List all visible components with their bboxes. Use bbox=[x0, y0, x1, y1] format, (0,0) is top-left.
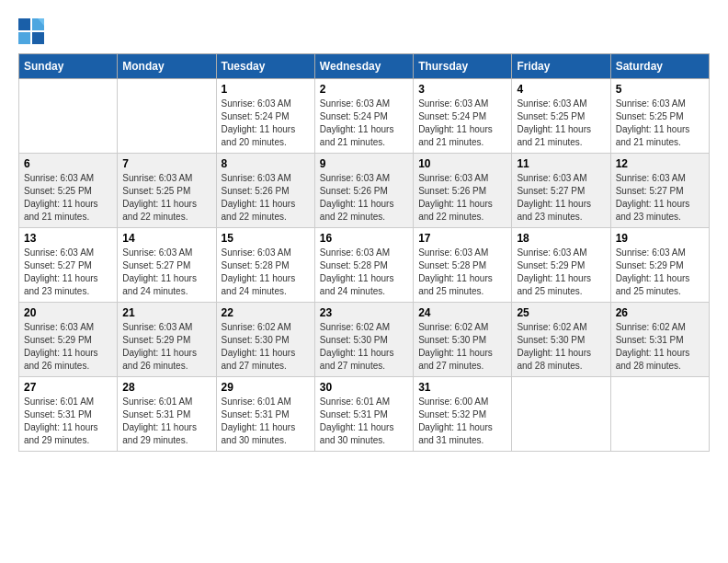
calendar-cell: 23Sunrise: 6:02 AMSunset: 5:30 PMDayligh… bbox=[314, 303, 413, 377]
calendar-week-row: 13Sunrise: 6:03 AMSunset: 5:27 PMDayligh… bbox=[19, 228, 710, 303]
calendar-week-row: 20Sunrise: 6:03 AMSunset: 5:29 PMDayligh… bbox=[19, 303, 710, 377]
day-info: Sunrise: 6:03 AMSunset: 5:28 PMDaylight:… bbox=[320, 247, 408, 298]
calendar-cell bbox=[512, 377, 610, 452]
day-number: 25 bbox=[517, 306, 605, 319]
calendar-cell: 22Sunrise: 6:02 AMSunset: 5:30 PMDayligh… bbox=[216, 303, 314, 377]
day-info: Sunrise: 6:03 AMSunset: 5:24 PMDaylight:… bbox=[418, 98, 506, 149]
day-of-week-header: Wednesday bbox=[314, 54, 413, 79]
day-number: 6 bbox=[24, 157, 112, 170]
calendar-cell: 29Sunrise: 6:01 AMSunset: 5:31 PMDayligh… bbox=[216, 377, 314, 452]
day-info: Sunrise: 6:02 AMSunset: 5:30 PMDaylight:… bbox=[418, 321, 506, 373]
svg-rect-3 bbox=[32, 32, 44, 44]
day-number: 17 bbox=[418, 232, 506, 245]
calendar-cell: 6Sunrise: 6:03 AMSunset: 5:25 PMDaylight… bbox=[19, 154, 118, 228]
day-info: Sunrise: 6:03 AMSunset: 5:27 PMDaylight:… bbox=[122, 247, 210, 298]
day-info: Sunrise: 6:03 AMSunset: 5:29 PMDaylight:… bbox=[24, 321, 112, 373]
day-info: Sunrise: 6:03 AMSunset: 5:28 PMDaylight:… bbox=[222, 247, 310, 298]
day-info: Sunrise: 6:01 AMSunset: 5:31 PMDaylight:… bbox=[320, 396, 408, 447]
day-number: 5 bbox=[616, 83, 704, 96]
calendar-cell: 28Sunrise: 6:01 AMSunset: 5:31 PMDayligh… bbox=[118, 377, 216, 452]
day-of-week-header: Thursday bbox=[414, 54, 512, 79]
day-info: Sunrise: 6:03 AMSunset: 5:24 PMDaylight:… bbox=[320, 98, 408, 149]
day-number: 12 bbox=[616, 157, 704, 170]
day-info: Sunrise: 6:03 AMSunset: 5:29 PMDaylight:… bbox=[517, 247, 605, 298]
day-info: Sunrise: 6:03 AMSunset: 5:25 PMDaylight:… bbox=[24, 172, 112, 224]
day-info: Sunrise: 6:03 AMSunset: 5:29 PMDaylight:… bbox=[122, 321, 210, 373]
day-info: Sunrise: 6:03 AMSunset: 5:26 PMDaylight:… bbox=[222, 172, 310, 224]
calendar-cell: 25Sunrise: 6:02 AMSunset: 5:30 PMDayligh… bbox=[512, 303, 610, 377]
day-number: 13 bbox=[24, 232, 112, 245]
calendar-cell: 14Sunrise: 6:03 AMSunset: 5:27 PMDayligh… bbox=[118, 228, 216, 303]
calendar-cell: 7Sunrise: 6:03 AMSunset: 5:25 PMDaylight… bbox=[118, 154, 216, 228]
calendar-cell: 10Sunrise: 6:03 AMSunset: 5:26 PMDayligh… bbox=[414, 154, 512, 228]
day-number: 10 bbox=[418, 157, 506, 170]
calendar-cell: 5Sunrise: 6:03 AMSunset: 5:25 PMDaylight… bbox=[610, 79, 709, 154]
day-number: 7 bbox=[122, 157, 210, 170]
page-header bbox=[18, 18, 710, 44]
calendar-cell: 26Sunrise: 6:02 AMSunset: 5:31 PMDayligh… bbox=[610, 303, 709, 377]
calendar-week-row: 6Sunrise: 6:03 AMSunset: 5:25 PMDaylight… bbox=[19, 154, 710, 228]
day-number: 2 bbox=[320, 83, 408, 96]
day-info: Sunrise: 6:01 AMSunset: 5:31 PMDaylight:… bbox=[222, 396, 310, 447]
day-number: 8 bbox=[222, 157, 310, 170]
day-number: 26 bbox=[616, 306, 704, 319]
day-info: Sunrise: 6:01 AMSunset: 5:31 PMDaylight:… bbox=[122, 396, 210, 447]
day-number: 27 bbox=[24, 381, 112, 394]
day-of-week-header: Monday bbox=[118, 54, 216, 79]
calendar-cell bbox=[118, 79, 216, 154]
day-info: Sunrise: 6:01 AMSunset: 5:31 PMDaylight:… bbox=[24, 396, 112, 447]
day-number: 3 bbox=[418, 83, 506, 96]
calendar-cell: 15Sunrise: 6:03 AMSunset: 5:28 PMDayligh… bbox=[216, 228, 314, 303]
day-info: Sunrise: 6:03 AMSunset: 5:27 PMDaylight:… bbox=[24, 247, 112, 298]
day-info: Sunrise: 6:03 AMSunset: 5:25 PMDaylight:… bbox=[122, 172, 210, 224]
calendar-cell: 16Sunrise: 6:03 AMSunset: 5:28 PMDayligh… bbox=[314, 228, 413, 303]
calendar-cell: 27Sunrise: 6:01 AMSunset: 5:31 PMDayligh… bbox=[19, 377, 118, 452]
day-number: 18 bbox=[517, 232, 605, 245]
day-info: Sunrise: 6:03 AMSunset: 5:27 PMDaylight:… bbox=[517, 172, 605, 224]
calendar-cell: 18Sunrise: 6:03 AMSunset: 5:29 PMDayligh… bbox=[512, 228, 610, 303]
day-info: Sunrise: 6:03 AMSunset: 5:28 PMDaylight:… bbox=[418, 247, 506, 298]
day-number: 19 bbox=[616, 232, 704, 245]
calendar-cell: 9Sunrise: 6:03 AMSunset: 5:26 PMDaylight… bbox=[314, 154, 413, 228]
calendar-cell: 4Sunrise: 6:03 AMSunset: 5:25 PMDaylight… bbox=[512, 79, 610, 154]
calendar-table: SundayMondayTuesdayWednesdayThursdayFrid… bbox=[18, 53, 710, 452]
calendar-cell: 13Sunrise: 6:03 AMSunset: 5:27 PMDayligh… bbox=[19, 228, 118, 303]
calendar-cell: 11Sunrise: 6:03 AMSunset: 5:27 PMDayligh… bbox=[512, 154, 610, 228]
day-info: Sunrise: 6:00 AMSunset: 5:32 PMDaylight:… bbox=[418, 396, 506, 447]
logo bbox=[18, 18, 46, 44]
calendar-cell: 19Sunrise: 6:03 AMSunset: 5:29 PMDayligh… bbox=[610, 228, 709, 303]
day-info: Sunrise: 6:03 AMSunset: 5:27 PMDaylight:… bbox=[616, 172, 704, 224]
day-number: 16 bbox=[320, 232, 408, 245]
day-number: 15 bbox=[222, 232, 310, 245]
day-of-week-header: Tuesday bbox=[216, 54, 314, 79]
day-info: Sunrise: 6:03 AMSunset: 5:26 PMDaylight:… bbox=[320, 172, 408, 224]
day-number: 31 bbox=[418, 381, 506, 394]
calendar-week-row: 27Sunrise: 6:01 AMSunset: 5:31 PMDayligh… bbox=[19, 377, 710, 452]
day-info: Sunrise: 6:02 AMSunset: 5:30 PMDaylight:… bbox=[320, 321, 408, 373]
day-number: 28 bbox=[122, 381, 210, 394]
day-number: 24 bbox=[418, 306, 506, 319]
day-info: Sunrise: 6:02 AMSunset: 5:31 PMDaylight:… bbox=[616, 321, 704, 373]
calendar-cell: 20Sunrise: 6:03 AMSunset: 5:29 PMDayligh… bbox=[19, 303, 118, 377]
calendar-cell: 30Sunrise: 6:01 AMSunset: 5:31 PMDayligh… bbox=[314, 377, 413, 452]
day-number: 4 bbox=[517, 83, 605, 96]
svg-rect-2 bbox=[18, 32, 30, 44]
day-of-week-header: Saturday bbox=[610, 54, 709, 79]
day-number: 20 bbox=[24, 306, 112, 319]
logo-icon bbox=[18, 18, 44, 44]
day-number: 11 bbox=[517, 157, 605, 170]
day-number: 1 bbox=[222, 83, 310, 96]
calendar-cell bbox=[19, 79, 118, 154]
day-number: 9 bbox=[320, 157, 408, 170]
calendar-cell: 3Sunrise: 6:03 AMSunset: 5:24 PMDaylight… bbox=[414, 79, 512, 154]
calendar-cell: 24Sunrise: 6:02 AMSunset: 5:30 PMDayligh… bbox=[414, 303, 512, 377]
calendar-cell: 31Sunrise: 6:00 AMSunset: 5:32 PMDayligh… bbox=[414, 377, 512, 452]
calendar-header-row: SundayMondayTuesdayWednesdayThursdayFrid… bbox=[19, 54, 710, 79]
calendar-cell bbox=[610, 377, 709, 452]
day-info: Sunrise: 6:02 AMSunset: 5:30 PMDaylight:… bbox=[222, 321, 310, 373]
day-number: 14 bbox=[122, 232, 210, 245]
calendar-cell: 8Sunrise: 6:03 AMSunset: 5:26 PMDaylight… bbox=[216, 154, 314, 228]
calendar-cell: 21Sunrise: 6:03 AMSunset: 5:29 PMDayligh… bbox=[118, 303, 216, 377]
day-info: Sunrise: 6:03 AMSunset: 5:29 PMDaylight:… bbox=[616, 247, 704, 298]
calendar-cell: 2Sunrise: 6:03 AMSunset: 5:24 PMDaylight… bbox=[314, 79, 413, 154]
